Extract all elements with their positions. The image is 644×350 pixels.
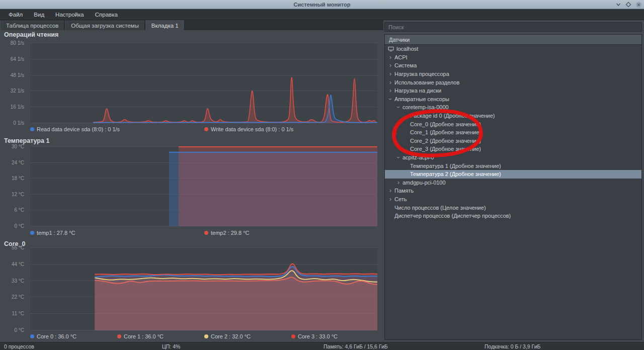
tree-item-core_0-дробное-значение-[interactable]: Core_0 (Дробное значение) [385, 120, 641, 128]
tree-item-label: Температура 2 (Дробное значение) [410, 171, 501, 177]
legend-label: Core 2 : 32.0 °C [211, 333, 251, 339]
chevron-collapsed-icon[interactable]: › [388, 88, 393, 93]
chevron-collapsed-icon[interactable]: › [388, 197, 393, 202]
chevron-down-icon [615, 2, 621, 8]
legend-item: Core 0 : 36.0 °C [30, 333, 117, 339]
chart-canvas [30, 146, 377, 226]
tree-item-label: coretemp-isa-0000 [403, 104, 449, 110]
status-processes: 0 процессов [4, 343, 34, 349]
legend-swatch [291, 334, 295, 338]
legend-swatch [30, 334, 34, 338]
legend-item: temp2 : 29.8 °C [204, 230, 378, 236]
main-content: Таблица процессовОбщая загрузка системыВ… [0, 20, 644, 342]
tree-item-сеть[interactable]: ›Сеть [385, 195, 641, 204]
tree-item-core_1-дробное-значение-[interactable]: Core_1 (Дробное значение) [385, 128, 641, 137]
maximize-button[interactable] [625, 1, 632, 8]
tree-item-диспетчер-процессов-диспетчер-процессов-[interactable]: Диспетчер процессов (Диспетчер процессов… [385, 212, 641, 220]
close-button[interactable] [635, 1, 642, 8]
tree-item-localhost[interactable]: localhost [385, 45, 641, 53]
y-tick-label: 6 °C [14, 207, 24, 213]
diamond-icon [625, 2, 631, 8]
y-tick-label: 11 °C [12, 311, 24, 316]
tree-item-label: Система [394, 62, 417, 68]
window-controls [615, 0, 642, 9]
read-operations-yaxis: 80 1/s64 1/s48 1/s32 1/s16 1/s0 1/s [0, 43, 28, 123]
chevron-expanded-icon[interactable]: › [396, 105, 401, 110]
tab-2[interactable]: Вкладка 1 [145, 20, 185, 30]
y-tick-label: 32 1/s [11, 88, 24, 94]
y-tick-label: 0 °C [14, 327, 24, 333]
y-tick-label: 55 °C [12, 245, 24, 250]
y-tick-label: 48 1/s [11, 72, 24, 78]
menu-item-2[interactable]: Настройка [51, 10, 89, 19]
titlebar[interactable]: Системный монитор [0, 0, 644, 9]
tree-item-температура-2-дробное-значение-[interactable]: Температура 2 (Дробное значение) [385, 170, 641, 179]
tree-item-core_2-дробное-значение-[interactable]: Core_2 (Дробное значение) [385, 137, 641, 145]
tree-item-нагрузка-на-диски[interactable]: ›Нагрузка на диски [385, 86, 641, 95]
tree-item-температура-1-дробное-значение-[interactable]: Температура 1 (Дробное значение) [385, 161, 641, 170]
chevron-collapsed-icon[interactable]: › [388, 55, 393, 60]
tree-item-label: Аппаратные сенсоры [394, 96, 449, 102]
status-cpu: ЦП: 4% [162, 343, 180, 349]
y-tick-label: 44 °C [12, 261, 24, 267]
tree-item-coretemp-isa-0000[interactable]: ›coretemp-isa-0000 [385, 103, 641, 112]
chevron-collapsed-icon[interactable]: › [388, 188, 393, 193]
sensor-browser: Датчики localhost›ACPI›Система›Нагрузка … [384, 34, 642, 340]
search-input[interactable] [384, 22, 642, 32]
legend-item: Core 3 : 33.0 °C [291, 333, 378, 339]
tree-item-label: Нагрузка на диски [394, 88, 441, 94]
tree-item-использование-разделов[interactable]: ›Использование разделов [385, 78, 641, 86]
legend-item: Core 1 : 36.0 °C [117, 333, 204, 339]
tree-item-acpitz-acpi-0[interactable]: ›acpitz-acpi-0 [385, 153, 641, 162]
tree-item-label: Число процессов (Целое значение) [394, 205, 486, 211]
status-swap: Подкачка: 0 Б / 3,9 ГиБ [485, 343, 540, 349]
tree-item-label: Core_2 (Дробное значение) [410, 138, 481, 144]
chart-title-temperature-1: Температура 1 [4, 137, 49, 144]
tree-item-label: Сеть [394, 196, 407, 202]
chevron-expanded-icon[interactable]: › [388, 97, 393, 102]
status-memory: Память: 4,6 ГиБ / 15,6 ГиБ [324, 343, 388, 349]
tree-item-package-id-0-дробное-значение-[interactable]: Package id 0 (Дробное значение) [385, 112, 641, 120]
legend-swatch [30, 127, 34, 131]
tree-item-amdgpu-pci-0100[interactable]: ›amdgpu-pci-0100 [385, 179, 641, 187]
system-monitor-window: { "window": { "title": "Системный монито… [0, 0, 644, 350]
temperature-1-legend: temp1 : 27.8 °Ctemp2 : 29.8 °C [30, 229, 378, 237]
legend-swatch [204, 127, 208, 131]
tree-item-acpi[interactable]: ›ACPI [385, 53, 641, 62]
tree-item-система[interactable]: ›Система [385, 61, 641, 70]
chevron-collapsed-icon[interactable]: › [388, 80, 393, 85]
minimize-button[interactable] [615, 1, 622, 8]
chevron-expanded-icon[interactable]: › [396, 155, 401, 160]
core-0-yaxis: 55 °C44 °C33 °C22 °C11 °C0 °C [0, 247, 28, 330]
chevron-collapsed-icon[interactable]: › [388, 63, 393, 68]
tree-item-память[interactable]: ›Память [385, 187, 641, 195]
menu-item-0[interactable]: Файл [4, 10, 27, 19]
core-0-plot[interactable] [30, 247, 377, 330]
chart-canvas [30, 43, 377, 123]
statusbar: 0 процессов ЦП: 4% Память: 4,6 ГиБ / 15,… [0, 342, 644, 350]
read-operations-plot[interactable] [30, 43, 377, 123]
chevron-collapsed-icon[interactable]: › [396, 180, 401, 185]
chevron-collapsed-icon[interactable]: › [388, 71, 393, 76]
tree-item-аппаратные-сенсоры[interactable]: ›Аппаратные сенсоры [385, 95, 641, 104]
menu-item-1[interactable]: Вид [29, 10, 49, 19]
tree-item-число-процессов-целое-значение-[interactable]: Число процессов (Целое значение) [385, 203, 641, 212]
tab-0[interactable]: Таблица процессов [0, 21, 64, 30]
tree-item-нагрузка-процессора[interactable]: ›Нагрузка процессора [385, 70, 641, 78]
tree-item-core_3-дробное-значение-[interactable]: Core_3 (Дробное значение) [385, 145, 641, 153]
read-operations-legend: Read data device sda (8:0) : 0 1/sWrite … [30, 125, 378, 133]
legend-item: Read data device sda (8:0) : 0 1/s [30, 126, 204, 132]
tree-item-label: Core_3 (Дробное значение) [410, 146, 481, 152]
temperature-1-plot[interactable] [30, 146, 377, 226]
tree-item-label: acpitz-acpi-0 [403, 154, 434, 160]
tab-1[interactable]: Общая загрузка системы [65, 21, 144, 30]
tree-item-label: Температура 1 (Дробное значение) [410, 163, 501, 169]
y-tick-label: 30 °C [12, 144, 24, 149]
legend-label: Core 1 : 36.0 °C [124, 333, 164, 339]
y-tick-label: 0 1/s [13, 120, 24, 126]
tree-item-label: Package id 0 (Дробное значение) [410, 113, 495, 119]
y-tick-label: 0 °C [14, 223, 24, 229]
tree-item-label: Core_0 (Дробное значение) [410, 121, 481, 127]
menu-item-3[interactable]: Справка [91, 10, 122, 19]
legend-label: Core 3 : 33.0 °C [298, 333, 338, 339]
